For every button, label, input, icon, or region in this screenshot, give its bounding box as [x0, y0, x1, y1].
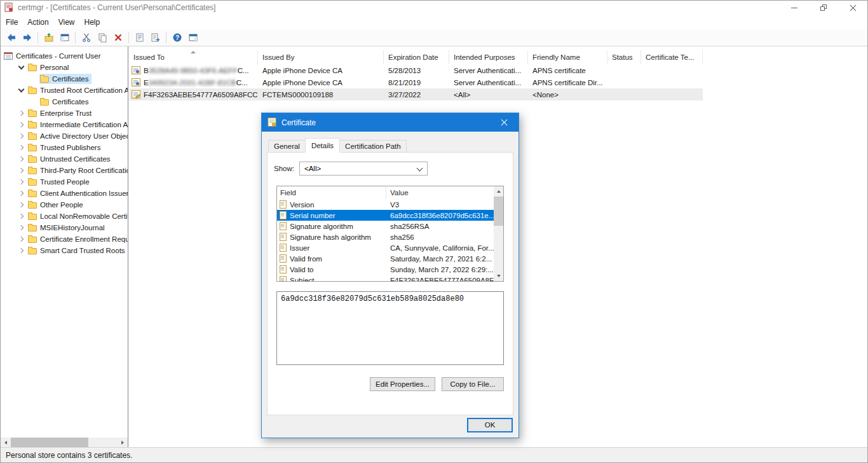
tree-item-label: Trusted People: [40, 178, 90, 186]
ok-button[interactable]: OK: [467, 418, 513, 432]
horizontal-scroll-thumb[interactable]: [11, 438, 88, 447]
column-header-friendly-name[interactable]: Friendly Name: [528, 50, 607, 64]
column-header-issued-to[interactable]: Issued To: [129, 50, 258, 64]
chevron-right-icon[interactable]: [15, 176, 27, 188]
tree-item-certificates[interactable]: Certificates: [1, 96, 128, 107]
field-row-valid-to[interactable]: Valid toSunday, March 27, 2022 6:29:...: [277, 264, 494, 275]
tree-item-msiehistoryjournal[interactable]: MSIEHistoryJournal: [1, 222, 128, 233]
chevron-right-icon[interactable]: [15, 211, 27, 222]
scroll-left-arrow[interactable]: [1, 438, 11, 447]
chevron-right-icon[interactable]: [15, 130, 27, 142]
tree-item-trusted-root-certification-au[interactable]: Trusted Root Certification Au: [1, 85, 128, 96]
column-header-expiration-date[interactable]: Expiration Date: [384, 50, 449, 64]
cut-button[interactable]: [78, 31, 94, 45]
properties-button[interactable]: [132, 31, 147, 45]
help-button[interactable]: ?: [169, 31, 185, 45]
column-header-intended-purposes[interactable]: Intended Purposes: [449, 50, 528, 64]
chevron-right-icon[interactable]: [15, 153, 27, 165]
column-header-certificate-template[interactable]: Certificate Te...: [641, 50, 703, 64]
menu-file[interactable]: File: [6, 16, 24, 29]
chevron-right-icon[interactable]: [15, 233, 27, 245]
tree-item-third-party-root-certification[interactable]: Third-Party Root Certification: [1, 165, 128, 176]
forward-button[interactable]: [19, 31, 35, 45]
tree-item-client-authentication-issuers[interactable]: Client Authentication Issuers: [1, 188, 128, 199]
delete-button[interactable]: [110, 31, 126, 45]
tree-item-certificate-enrollment-reque[interactable]: Certificate Enrollment Reque: [1, 233, 128, 245]
tree-item-local-nonremovable-certific[interactable]: Local NonRemovable Certific: [1, 211, 128, 222]
tree-item-certificates[interactable]: Certificates: [1, 73, 128, 85]
field-value: Saturday, March 27, 2021 6:2...: [390, 255, 492, 263]
show-dropdown[interactable]: <All>: [299, 162, 428, 176]
field-row-issuer[interactable]: IssuerCA, Sunnyvale, California, For...: [277, 242, 494, 253]
field-row-signature-hash-algorithm[interactable]: Signature hash algorithmsha256: [277, 232, 494, 242]
copy-button[interactable]: [94, 31, 110, 45]
friendly-text: APNS certificate: [532, 67, 586, 74]
field-row-serial-number[interactable]: Serial number6a9dcc318f36e82079d5c631e..…: [277, 210, 494, 221]
field-value-textbox[interactable]: 6a9dcc318f36e82079d5c631eb589a8025da8e80: [276, 291, 504, 365]
chevron-right-icon[interactable]: [15, 188, 27, 199]
show-console-tree-button[interactable]: [57, 31, 72, 45]
field-row-subject[interactable]: SubjectF4F3263AEBE54777A6509A8F...: [277, 275, 494, 282]
tree-item-trusted-people[interactable]: Trusted People: [1, 176, 128, 188]
vertical-scroll-thumb[interactable]: [494, 197, 503, 226]
field-row-valid-from[interactable]: Valid fromSaturday, March 27, 2021 6:2..…: [277, 253, 494, 264]
up-one-level-button[interactable]: [41, 31, 57, 45]
certificate-row[interactable]: B3528A49-9B50-43F6-AEFFC...Apple iPhone …: [129, 64, 703, 76]
chevron-right-icon[interactable]: [15, 245, 27, 256]
fields-scrollbar[interactable]: [494, 186, 503, 281]
chevron-down-icon[interactable]: [15, 62, 27, 73]
show-console-tree-icon: [60, 32, 70, 43]
tab-general[interactable]: General: [268, 140, 306, 153]
field-name: Serial number: [290, 212, 336, 219]
dialog-close-button[interactable]: [490, 113, 519, 132]
tree-item-intermediate-certification-au[interactable]: Intermediate Certification Au: [1, 119, 128, 130]
menu-action[interactable]: Action: [27, 16, 54, 29]
tree-item-enterprise-trust[interactable]: Enterprise Trust: [1, 107, 128, 119]
tab-certification-path[interactable]: Certification Path: [339, 140, 407, 153]
tree-item-personal[interactable]: Personal: [1, 62, 128, 73]
chevron-right-icon[interactable]: [15, 165, 27, 176]
copy-to-file-button[interactable]: Copy to File...: [442, 377, 504, 391]
column-header-status[interactable]: Status: [607, 50, 641, 64]
show-filter-row: Show: <All>: [274, 162, 513, 176]
tree-item-label: Certificate Enrollment Reque: [40, 235, 128, 243]
field-rows: VersionV3Serial number6a9dcc318f36e82079…: [277, 199, 503, 282]
chevron-down-icon[interactable]: [15, 85, 27, 96]
certificate-icon: [132, 66, 140, 74]
export-list-button[interactable]: [147, 31, 163, 45]
tree-item-trusted-publishers[interactable]: Trusted Publishers: [1, 142, 128, 153]
issued-to-text: E: [144, 79, 149, 86]
back-button[interactable]: [3, 31, 19, 45]
field-icon: [280, 254, 287, 263]
scroll-up-arrow[interactable]: [494, 186, 503, 197]
column-header-issued-by[interactable]: Issued By: [258, 50, 384, 64]
scroll-right-arrow[interactable]: [118, 438, 128, 447]
scroll-down-arrow[interactable]: [494, 271, 503, 281]
back-icon: [6, 32, 17, 43]
tree-item-active-directory-user-object[interactable]: Active Directory User Object: [1, 130, 128, 142]
tab-details[interactable]: Details: [305, 138, 340, 153]
menu-view[interactable]: View: [58, 16, 81, 29]
show-action-pane-button[interactable]: [185, 31, 201, 45]
field-value: sha256RSA: [390, 223, 429, 230]
field-icon: [280, 265, 287, 273]
tree-item-smart-card-trusted-roots[interactable]: Smart Card Trusted Roots: [1, 245, 128, 256]
tree-horizontal-scrollbar[interactable]: [1, 438, 128, 447]
edit-properties-button[interactable]: Edit Properties...: [370, 377, 435, 391]
chevron-right-icon[interactable]: [15, 199, 27, 211]
tree-item-untrusted-certificates[interactable]: Untrusted Certificates: [1, 153, 128, 165]
restore-button[interactable]: [809, 1, 838, 15]
tree-item-certificates-current-user[interactable]: Certificates - Current User: [1, 50, 128, 62]
certificate-row[interactable]: E3499234-2031-41BF-81CBC...Apple iPhone …: [129, 76, 703, 88]
chevron-right-icon[interactable]: [15, 222, 27, 233]
menu-help[interactable]: Help: [85, 16, 106, 29]
field-row-signature-algorithm[interactable]: Signature algorithmsha256RSA: [277, 221, 494, 232]
chevron-right-icon[interactable]: [15, 107, 27, 119]
tree-item-other-people[interactable]: Other People: [1, 199, 128, 211]
field-row-version[interactable]: VersionV3: [277, 199, 494, 210]
certificate-row[interactable]: F4F3263AEBE54777A6509A8FCC...FCTEMS00001…: [129, 88, 703, 100]
chevron-right-icon[interactable]: [15, 142, 27, 153]
close-button[interactable]: [838, 1, 867, 15]
chevron-right-icon[interactable]: [15, 119, 27, 130]
minimize-button[interactable]: [780, 1, 809, 15]
